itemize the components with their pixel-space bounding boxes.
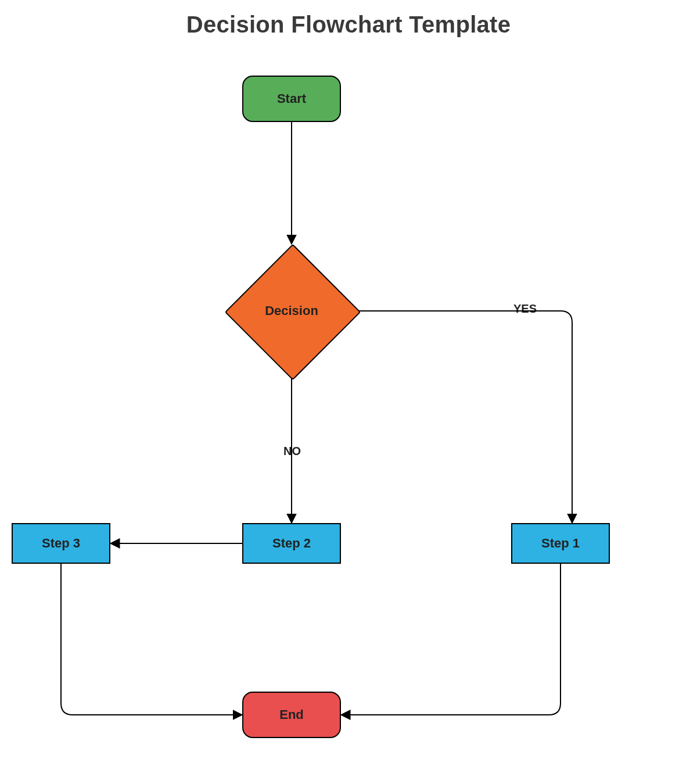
edge-step1-to-end [341,564,561,715]
end-node[interactable]: End [242,692,341,738]
page-title: Decision Flowchart Template [0,12,697,38]
edge-decision-yes-to-step1 [358,311,572,523]
connectors [0,0,697,784]
decision-node[interactable]: Decision [225,244,358,378]
edge-label-no: NO [281,445,303,458]
edge-step3-to-end [61,564,242,715]
step-3-node[interactable]: Step 3 [12,523,110,564]
edge-label-yes: YES [511,302,539,316]
step-1-node[interactable]: Step 1 [511,523,610,564]
flowchart-canvas: Decision Flowchart Template Start Decisi… [0,0,697,784]
start-node[interactable]: Start [242,76,341,122]
step-2-node[interactable]: Step 2 [242,523,341,564]
decision-label: Decision [225,244,358,378]
